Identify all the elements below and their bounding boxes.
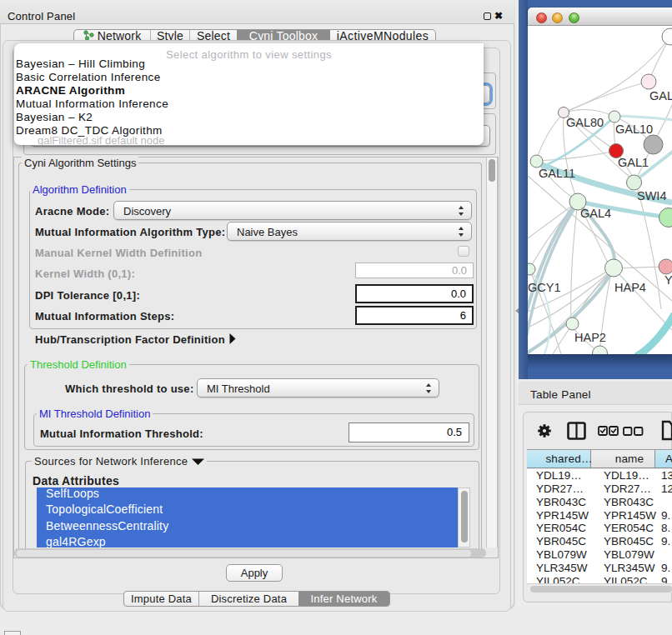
svg-text:GAL4: GAL4 [580, 207, 611, 220]
svg-text:GCY1: GCY1 [528, 281, 561, 294]
svg-text:GAL2: GAL2 [649, 89, 672, 102]
svg-text:SWI4: SWI4 [637, 189, 666, 202]
svg-text:HAP4: HAP4 [614, 281, 646, 294]
svg-text:HAP2: HAP2 [574, 331, 606, 344]
svg-text:GAL80: GAL80 [566, 116, 604, 129]
svg-text:GAL11: GAL11 [539, 167, 575, 180]
svg-text:YM: YM [664, 273, 672, 287]
svg-text:GAL10: GAL10 [615, 122, 653, 136]
svg-text:GAL1: GAL1 [618, 156, 649, 169]
